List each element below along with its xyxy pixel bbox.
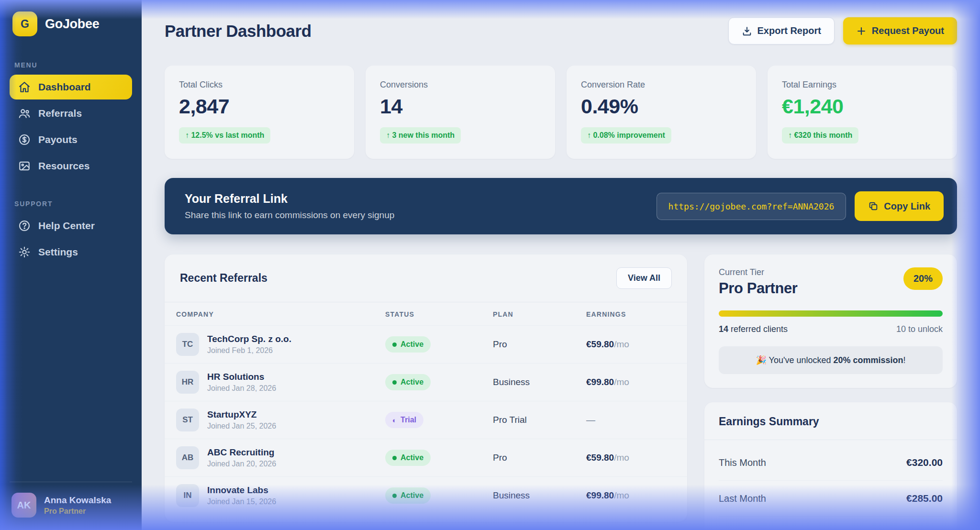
earnings-summary-card: Earnings Summary This Month €320.00 Last… — [704, 402, 957, 530]
sidebar-item-payouts[interactable]: Payouts — [10, 127, 132, 152]
sidebar-item-label: Referrals — [38, 108, 82, 119]
stat-delta-badge: ↑ €320 this month — [782, 127, 858, 144]
header-actions: Export Report Request Payout — [728, 17, 958, 44]
table-title: Recent Referrals — [180, 272, 267, 285]
tier-unlock-message: 🎉 You've unlocked 20% commission! — [719, 346, 943, 374]
app-logo[interactable]: G GoJobee — [10, 11, 132, 36]
tier-name: Pro Partner — [719, 280, 797, 297]
company-name: TechCorp Sp. z o.o. — [207, 334, 291, 344]
status-badge: Active — [385, 336, 431, 353]
company-name: HR Solutions — [207, 372, 276, 382]
sidebar-item-label: Settings — [38, 246, 78, 258]
copy-icon — [868, 201, 879, 211]
company-name: StartupXYZ — [207, 409, 276, 420]
tier-label: Current Tier — [719, 267, 797, 277]
plan-cell: Pro — [493, 453, 586, 463]
users-icon — [18, 107, 31, 120]
sidebar-user[interactable]: AK Anna Kowalska Pro Partner — [10, 482, 132, 518]
question-circle-icon — [18, 220, 31, 232]
stat-card-conversions: Conversions 14 ↑ 3 new this month — [366, 66, 555, 159]
earnings-cell: — — [586, 415, 676, 425]
stat-label: Conversions — [380, 80, 541, 90]
page-title: Partner Dashboard — [165, 22, 312, 41]
plan-cell: Business — [493, 490, 586, 501]
plan-cell: Pro Trial — [493, 415, 586, 425]
download-icon — [742, 26, 752, 36]
earnings-row-this-month: This Month €320.00 — [719, 445, 943, 481]
earnings-cell: €99.80/mo — [586, 490, 676, 501]
earnings-row-last-month: Last Month €285.00 — [719, 481, 943, 517]
request-payout-button[interactable]: Request Payout — [843, 17, 957, 44]
sidebar-item-label: Dashboard — [38, 81, 91, 93]
status-badge: Active — [385, 450, 431, 466]
company-avatar: AB — [176, 446, 199, 469]
company-avatar: HR — [176, 371, 199, 394]
sidebar-item-label: Payouts — [38, 134, 78, 145]
plus-icon — [856, 26, 867, 36]
stat-cards: Total Clicks 2,847 ↑ 12.5% vs last month… — [165, 66, 957, 159]
earnings-row-pending-payout: Pending Payout €320.00 — [719, 517, 943, 530]
earnings-cell: €59.80/mo — [586, 339, 676, 350]
stat-value: 2,847 — [179, 95, 340, 118]
status-dot-icon — [392, 494, 397, 498]
sidebar: G GoJobee MENU Dashboard Referrals Payou… — [0, 0, 142, 530]
right-column: Current Tier Pro Partner 20% 14 referred… — [704, 254, 957, 530]
user-role: Pro Partner — [44, 507, 111, 516]
sidebar-item-resources[interactable]: Resources — [10, 154, 132, 178]
copy-link-button[interactable]: Copy Link — [855, 191, 944, 221]
table-row: IN Innovate Labs Joined Jan 15, 2026 Act… — [165, 476, 687, 514]
banner-subtitle: Share this link to earn commissions on e… — [185, 210, 394, 221]
status-dot-icon — [392, 380, 397, 385]
referral-link-banner: Your Referral Link Share this link to ea… — [165, 178, 957, 234]
referred-clients-count: 14 referred clients — [719, 324, 788, 334]
status-badge: ◐Trial — [385, 412, 423, 428]
unlock-hint: 10 to unlock — [896, 324, 943, 334]
company-joined: Joined Jan 20, 2026 — [207, 460, 276, 468]
gear-icon — [18, 246, 31, 258]
column-header-status: STATUS — [385, 310, 493, 318]
earnings-cell: €59.80/mo — [586, 453, 676, 463]
banner-actions: https://gojobee.com?ref=ANNA2026 Copy Li… — [657, 191, 944, 221]
user-name: Anna Kowalska — [44, 495, 111, 506]
company-joined: Joined Feb 1, 2026 — [207, 346, 291, 355]
status-half-circle-icon: ◐ — [392, 417, 397, 424]
table-row: AB ABC Recruiting Joined Jan 20, 2026 Ac… — [165, 439, 687, 476]
company-name: ABC Recruiting — [207, 447, 276, 458]
stat-label: Total Clicks — [179, 80, 340, 90]
export-report-button[interactable]: Export Report — [728, 17, 835, 44]
column-header-earnings: EARNINGS — [586, 310, 676, 318]
sidebar-item-dashboard[interactable]: Dashboard — [10, 75, 132, 99]
recent-referrals-card: Recent Referrals View All COMPANY STATUS… — [165, 254, 687, 522]
sidebar-item-referrals[interactable]: Referrals — [10, 101, 132, 126]
company-avatar: IN — [176, 484, 199, 507]
stat-card-total-earnings: Total Earnings €1,240 ↑ €320 this month — [768, 66, 957, 159]
stat-delta-badge: ↑ 3 new this month — [380, 127, 461, 144]
table-row: TC TechCorp Sp. z o.o. Joined Feb 1, 202… — [165, 325, 687, 363]
tier-progress-bar — [719, 310, 943, 317]
stat-value: 0.49% — [581, 95, 742, 118]
referral-link-value[interactable]: https://gojobee.com?ref=ANNA2026 — [657, 193, 846, 220]
banner-title: Your Referral Link — [185, 192, 394, 206]
company-joined: Joined Jan 28, 2026 — [207, 384, 276, 393]
app-root: G GoJobee MENU Dashboard Referrals Payou… — [0, 0, 980, 530]
table-row: HR HR Solutions Joined Jan 28, 2026 Acti… — [165, 363, 687, 401]
plan-cell: Pro — [493, 339, 586, 350]
image-icon — [18, 160, 31, 172]
company-name: Innovate Labs — [207, 485, 276, 496]
company-joined: Joined Jan 25, 2026 — [207, 422, 276, 431]
sidebar-item-settings[interactable]: Settings — [10, 240, 132, 265]
sidebar-item-help-center[interactable]: Help Center — [10, 213, 132, 238]
avatar: AK — [11, 493, 36, 518]
table-row: ST StartupXYZ Joined Jan 25, 2026 ◐Trial… — [165, 401, 687, 439]
banner-text: Your Referral Link Share this link to ea… — [185, 192, 394, 221]
app-name: GoJobee — [45, 17, 99, 32]
column-header-company: COMPANY — [176, 310, 385, 318]
status-dot-icon — [392, 456, 397, 460]
stat-card-conversion-rate: Conversion Rate 0.49% ↑ 0.08% improvemen… — [567, 66, 756, 159]
column-header-plan: PLAN — [493, 310, 586, 318]
view-all-button[interactable]: View All — [616, 267, 672, 289]
dollar-circle-icon — [18, 133, 31, 146]
stat-delta-badge: ↑ 12.5% vs last month — [179, 127, 270, 144]
tier-percent-badge: 20% — [903, 267, 943, 290]
current-tier-card: Current Tier Pro Partner 20% 14 referred… — [704, 254, 957, 388]
